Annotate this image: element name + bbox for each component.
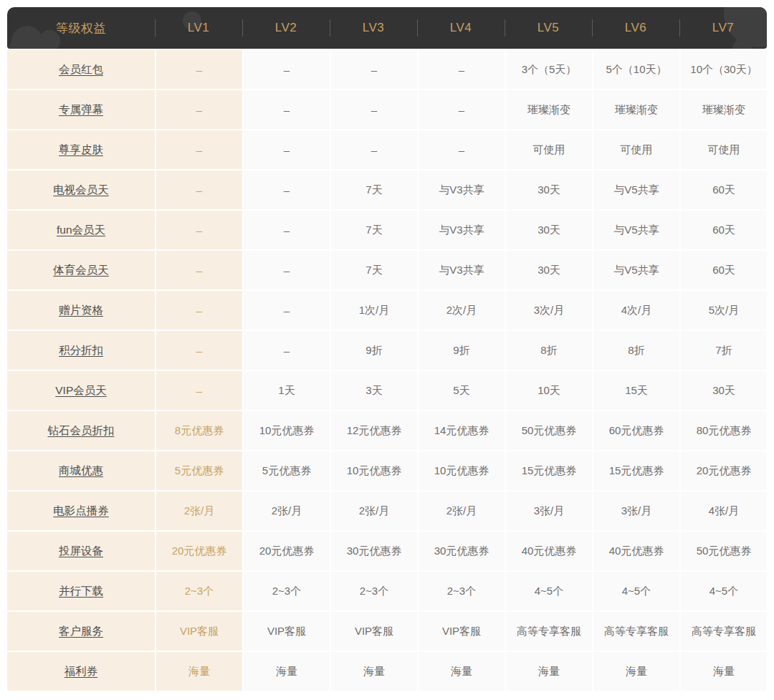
benefit-value-cell: –: [156, 50, 242, 89]
benefit-value-cell: 3张/月: [506, 492, 592, 530]
benefit-value-cell: –: [331, 130, 417, 169]
benefit-value-cell: 5元优惠券: [244, 451, 330, 490]
benefit-value-cell: 30天: [506, 171, 592, 209]
benefit-value-cell: 与V3共享: [419, 251, 505, 289]
benefit-value-cell: 15天: [593, 371, 679, 410]
benefit-value-cell: 80元优惠券: [681, 411, 767, 450]
table-row-label: 尊享皮肤: [7, 130, 155, 169]
column-header-lv7: LV7: [679, 7, 767, 49]
benefit-link[interactable]: 电视会员天: [53, 183, 109, 198]
benefit-link[interactable]: 钻石会员折扣: [48, 423, 115, 438]
benefit-link[interactable]: VIP会员天: [55, 383, 106, 398]
benefit-value-cell: 30天: [681, 371, 767, 410]
benefit-value-cell: –: [244, 291, 330, 330]
benefit-value-cell: 10天: [506, 371, 592, 410]
benefit-value-cell: –: [156, 130, 242, 169]
benefit-link[interactable]: 客户服务: [59, 624, 103, 639]
benefit-value-cell: 30元优惠券: [331, 532, 417, 570]
benefit-value-cell: 8元优惠券: [156, 411, 242, 450]
benefit-value-cell: 高等专享客服: [506, 612, 592, 651]
benefit-value-cell: 4张/月: [681, 492, 767, 530]
benefit-value-cell: 与V3共享: [419, 211, 505, 249]
benefit-value-cell: –: [156, 331, 242, 370]
table-row-label: 并行下载: [7, 572, 155, 610]
benefit-value-cell: –: [244, 130, 330, 169]
benefit-value-cell: 2~3个: [419, 572, 505, 610]
benefit-value-cell: –: [244, 90, 330, 129]
benefit-value-cell: 10个（30天）: [681, 50, 767, 89]
benefit-value-cell: 2张/月: [156, 492, 242, 530]
benefit-value-cell: 30元优惠券: [419, 532, 505, 570]
benefit-link[interactable]: 积分折扣: [59, 343, 103, 358]
table-row-label: 投屏设备: [7, 532, 155, 570]
benefit-link[interactable]: 商城优惠: [59, 464, 103, 479]
table-row-label: 电影点播券: [7, 492, 155, 530]
benefit-value-cell: 璀璨渐变: [681, 90, 767, 129]
benefit-link[interactable]: 并行下载: [59, 584, 103, 599]
benefit-link[interactable]: fun会员天: [57, 223, 105, 238]
benefit-value-cell: 与V5共享: [593, 251, 679, 289]
benefit-value-cell: 4~5个: [681, 572, 767, 610]
benefit-link[interactable]: 体育会员天: [53, 263, 109, 278]
benefit-value-cell: VIP客服: [244, 612, 330, 651]
corner-header: 等级权益: [7, 7, 155, 49]
benefit-value-cell: 60天: [681, 171, 767, 209]
benefit-value-cell: 2~3个: [156, 572, 242, 610]
benefit-value-cell: 1次/月: [331, 291, 417, 330]
benefit-value-cell: 2张/月: [331, 492, 417, 530]
benefit-value-cell: 3天: [331, 371, 417, 410]
benefit-value-cell: –: [331, 50, 417, 89]
benefit-value-cell: 10元优惠券: [419, 451, 505, 490]
benefit-value-cell: 可使用: [681, 130, 767, 169]
benefit-value-cell: 15元优惠券: [506, 451, 592, 490]
benefit-value-cell: 50元优惠券: [506, 411, 592, 450]
benefits-table: V 等级权益 LV1 LV2 LV3 LV4 LV5 LV6 LV7 会员红包–…: [7, 7, 767, 691]
benefit-value-cell: 高等专享客服: [593, 612, 679, 651]
benefit-link[interactable]: 福利券: [64, 664, 98, 679]
benefit-value-cell: VIP客服: [419, 612, 505, 651]
benefit-value-cell: 8折: [593, 331, 679, 370]
benefit-value-cell: –: [244, 251, 330, 289]
benefit-link[interactable]: 电影点播券: [53, 504, 109, 519]
benefit-value-cell: 高等专享客服: [681, 612, 767, 651]
table-row-label: 积分折扣: [7, 331, 155, 370]
benefit-value-cell: 可使用: [593, 130, 679, 169]
benefit-value-cell: 与V5共享: [593, 171, 679, 209]
benefit-value-cell: –: [244, 50, 330, 89]
benefit-value-cell: 海量: [419, 652, 505, 691]
table-row-label: VIP会员天: [7, 371, 155, 410]
benefit-value-cell: 4~5个: [506, 572, 592, 610]
benefit-link[interactable]: 专属弹幕: [59, 102, 103, 118]
benefit-link[interactable]: 投屏设备: [59, 544, 103, 559]
benefit-value-cell: 20元优惠券: [244, 532, 330, 570]
benefit-value-cell: 30天: [506, 251, 592, 289]
benefit-value-cell: 2次/月: [419, 291, 505, 330]
benefit-value-cell: –: [156, 211, 242, 249]
benefit-value-cell: 1天: [244, 371, 330, 410]
benefit-value-cell: 海量: [506, 652, 592, 691]
benefit-link[interactable]: 会员红包: [59, 62, 103, 77]
column-header-lv1: LV1: [155, 7, 242, 49]
benefit-value-cell: 60天: [681, 211, 767, 249]
benefit-value-cell: –: [156, 371, 242, 410]
benefit-value-cell: 7天: [331, 251, 417, 289]
benefit-value-cell: 10元优惠券: [331, 451, 417, 490]
column-header-lv3: LV3: [330, 7, 417, 49]
benefit-value-cell: VIP客服: [156, 612, 242, 651]
benefit-value-cell: 40元优惠券: [593, 532, 679, 570]
benefit-value-cell: 3张/月: [593, 492, 679, 530]
benefit-value-cell: 2张/月: [244, 492, 330, 530]
benefit-value-cell: 60元优惠券: [593, 411, 679, 450]
benefit-value-cell: –: [419, 90, 505, 129]
benefit-value-cell: 15元优惠券: [593, 451, 679, 490]
table-body: 会员红包––––3个（5天）5个（10天）10个（30天）专属弹幕––––璀璨渐…: [7, 50, 767, 691]
benefit-link[interactable]: 尊享皮肤: [59, 143, 103, 158]
benefit-link[interactable]: 赠片资格: [59, 303, 103, 318]
table-row-label: 赠片资格: [7, 291, 155, 330]
benefit-value-cell: 海量: [331, 652, 417, 691]
benefit-value-cell: 3个（5天）: [506, 50, 592, 89]
benefit-value-cell: 7天: [331, 211, 417, 249]
table-row-label: 钻石会员折扣: [7, 411, 155, 450]
benefit-value-cell: –: [244, 171, 330, 209]
benefit-value-cell: 璀璨渐变: [593, 90, 679, 129]
